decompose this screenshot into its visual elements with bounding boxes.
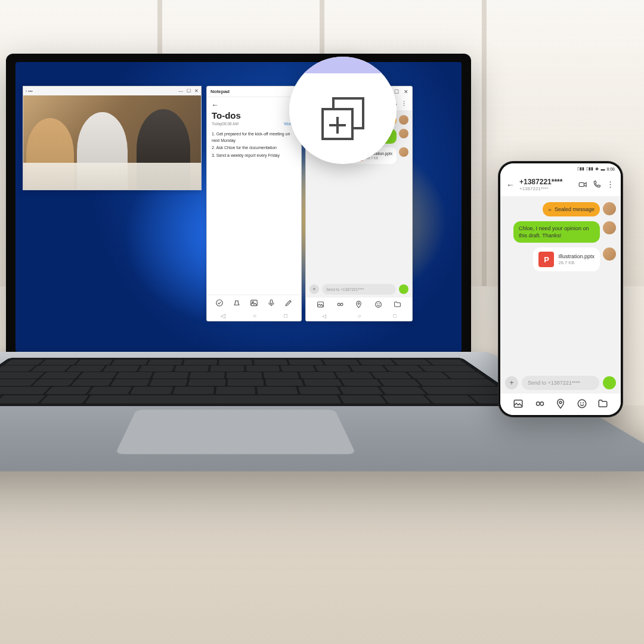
sealed-message-bubble[interactable]: ∞ Sealed message (543, 202, 600, 216)
android-nav-bar: ◁ ○ □ (207, 310, 301, 321)
sealed-icon: ∞ (548, 207, 551, 212)
phone-display: ▯▮▮ ▯▮▮ ◉ ▬ 8:08 ← +1387221**** +1387221… (500, 163, 621, 415)
message-input[interactable]: Send to +1387221**** (522, 376, 599, 390)
location-icon[interactable] (355, 301, 363, 308)
todo-item: 3. Send a weekly report every Friday (212, 153, 296, 159)
text-format-icon[interactable] (233, 299, 241, 307)
image-viewer-window[interactable]: ‹ ••• — ☐ ✕ (23, 86, 202, 190)
maximize-icon[interactable]: ☐ (394, 89, 399, 95)
svg-point-0 (216, 299, 222, 306)
signal-icon: ▯▮▮ (586, 166, 593, 171)
sender-avatar[interactable] (603, 202, 616, 215)
svg-point-7 (404, 105, 404, 106)
voice-icon[interactable] (267, 299, 275, 307)
svg-point-11 (377, 304, 377, 304)
nav-back-icon[interactable]: ◁ (322, 313, 326, 319)
sender-avatar[interactable] (399, 129, 408, 138)
message-row: ∞ Sealed message (505, 202, 616, 216)
nav-back-icon[interactable]: ◁ (221, 312, 225, 319)
chat-header: ← +1387221**** +1387221**** (500, 174, 621, 196)
status-bar: ▯▮▮ ▯▮▮ ◉ ▬ 8:08 (500, 163, 621, 174)
infinity-icon[interactable] (534, 398, 544, 409)
more-icon[interactable] (401, 100, 407, 107)
back-arrow-icon[interactable]: ← (212, 101, 296, 109)
file-name: Illustration.pptx (558, 253, 595, 260)
close-icon[interactable]: ✕ (404, 89, 408, 95)
file-message-bubble[interactable]: P Illustration.pptx 28.7 KB (533, 247, 600, 271)
multi-window-add-icon (321, 97, 364, 140)
draw-icon[interactable] (284, 299, 293, 307)
chat-bottom-toolbar (306, 298, 412, 311)
location-icon[interactable] (555, 398, 566, 409)
send-button[interactable] (603, 376, 616, 389)
sender-avatar[interactable] (603, 247, 616, 261)
svg-point-10 (375, 302, 381, 308)
notepad-titlebar[interactable]: Notepad (207, 86, 301, 97)
android-nav-bar: ◁ ○ □ (306, 311, 412, 321)
folder-icon[interactable] (597, 398, 608, 409)
gallery-icon[interactable] (317, 301, 324, 308)
attach-button[interactable]: + (505, 376, 518, 389)
trackpad[interactable] (115, 410, 356, 454)
signal-icon: ▯▮▮ (577, 166, 584, 171)
svg-point-5 (404, 101, 404, 101)
svg-point-6 (404, 103, 404, 103)
chat-bottom-toolbar (500, 394, 621, 415)
todo-item: 2. Ask Chloe for the documentation (212, 145, 296, 151)
magnifier-callout (289, 57, 397, 164)
clock: 8:08 (606, 167, 615, 171)
contact-sub: +1387221**** (519, 186, 574, 191)
note-timestamp: Today08:08 AM (212, 122, 239, 126)
folder-icon[interactable] (394, 301, 401, 308)
svg-point-12 (379, 304, 380, 304)
gallery-icon[interactable] (513, 398, 524, 409)
back-icon[interactable]: ‹ ••• (26, 89, 33, 93)
wifi-icon: ◉ (595, 166, 599, 171)
video-call-icon[interactable] (578, 180, 587, 189)
notepad-window[interactable]: Notepad ← To-dos Today08:08 AM Work ▾ 1.… (206, 86, 302, 321)
text-message-bubble[interactable]: Chloe, I need your opinion on this draft… (513, 221, 600, 243)
attach-button[interactable]: + (309, 284, 319, 294)
message-list[interactable]: ∞ Sealed message Chloe, I need your opin… (500, 196, 621, 372)
emoji-icon[interactable] (374, 301, 382, 308)
back-arrow-icon[interactable]: ← (506, 180, 515, 190)
keyboard (0, 358, 532, 406)
close-icon[interactable]: ✕ (194, 88, 199, 94)
nav-home-icon[interactable]: ○ (358, 313, 361, 319)
sender-avatar[interactable] (603, 221, 616, 234)
infinity-icon[interactable] (336, 301, 343, 308)
image-content (23, 95, 201, 190)
note-title[interactable]: To-dos (212, 110, 296, 120)
nav-recent-icon[interactable]: □ (284, 312, 287, 319)
nav-home-icon[interactable]: ○ (253, 312, 256, 319)
send-button[interactable] (399, 284, 408, 294)
svg-point-16 (610, 187, 611, 188)
todo-item: 1. Get prepared for the kick-off meeting… (212, 131, 296, 144)
laptop-bezel: ‹ ••• — ☐ ✕ Notepad ← To-dos (6, 54, 471, 364)
contact-name[interactable]: +1387221**** (519, 178, 574, 186)
svg-rect-13 (579, 182, 584, 186)
svg-point-19 (578, 400, 586, 408)
image-icon[interactable] (250, 299, 258, 307)
battery-icon: ▬ (600, 167, 605, 171)
phone-call-icon[interactable] (592, 180, 601, 189)
minimize-icon[interactable]: — (178, 88, 183, 94)
sender-avatar[interactable] (399, 115, 408, 125)
sender-avatar[interactable] (399, 147, 408, 157)
more-icon[interactable] (606, 180, 615, 189)
svg-point-14 (610, 181, 611, 182)
emoji-icon[interactable] (577, 398, 587, 409)
svg-point-21 (583, 402, 583, 403)
file-size: 28.7 KB (558, 260, 595, 266)
checklist-icon[interactable] (215, 299, 224, 307)
image-window-titlebar[interactable]: ‹ ••• — ☐ ✕ (23, 86, 201, 95)
nav-recent-icon[interactable]: □ (393, 313, 396, 319)
file-size: 28.7 KB (366, 156, 392, 160)
phone-device: ▯▮▮ ▯▮▮ ◉ ▬ 8:08 ← +1387221**** +1387221… (498, 161, 623, 417)
note-body[interactable]: 1. Get prepared for the kick-off meeting… (207, 129, 301, 295)
svg-point-9 (358, 303, 360, 305)
message-input[interactable]: Send to +1387221**** (322, 284, 396, 295)
message-row: P Illustration.pptx 28.7 KB (505, 247, 616, 271)
svg-point-15 (610, 184, 611, 185)
maximize-icon[interactable]: ☐ (187, 88, 191, 94)
